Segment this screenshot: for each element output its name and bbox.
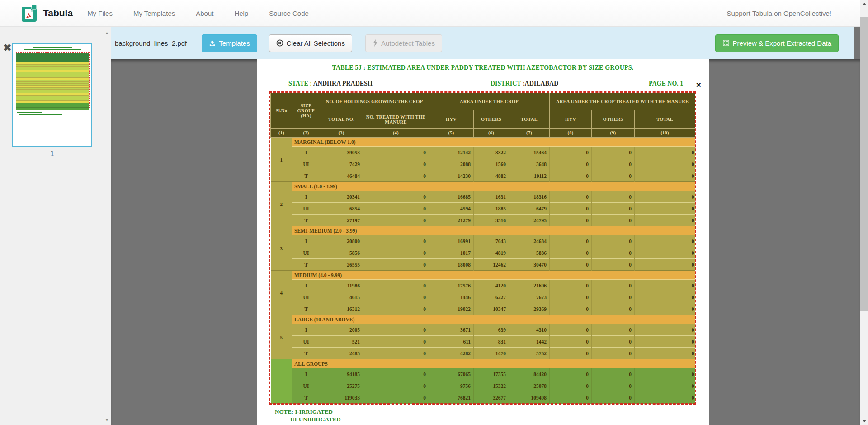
pdf-page[interactable]: TABLE 5J : ESTIMATED AREA UNDER PADDY TR… <box>257 59 709 425</box>
note-line-1: NOTE: I-IRRIGATED <box>275 408 341 415</box>
main-content: background_lines_2.pdf Templates Clear A… <box>111 27 860 425</box>
document-note: NOTE: I-IRRIGATED UI-UNIRRIGATED <box>275 408 341 423</box>
sidebar-scroll-up-icon[interactable]: ▲ <box>105 31 109 35</box>
brand-title: Tabula <box>43 8 73 19</box>
top-navbar: Tabula My Files My Templates About Help … <box>0 0 860 27</box>
nav-links: My Files My Templates About Help Source … <box>87 10 309 17</box>
selection-close-icon[interactable]: ✕ <box>696 81 702 89</box>
scroll-up-icon[interactable] <box>862 3 867 5</box>
nav-link-help[interactable]: Help <box>234 10 248 17</box>
nav-link-my-templates[interactable]: My Templates <box>133 10 175 17</box>
pdf-viewer: TABLE 5J : ESTIMATED AREA UNDER PADDY TR… <box>111 59 860 425</box>
district-label: DISTRICT <box>491 80 521 87</box>
preview-export-button[interactable]: Preview & Export Extracted Data <box>715 34 839 52</box>
clear-all-selections-label: Clear All Selections <box>287 39 345 47</box>
remove-circle-icon <box>276 39 283 47</box>
autodetect-tables-button[interactable]: Autodetect Tables <box>365 34 442 52</box>
page-number-label: 1 <box>12 150 92 158</box>
thumb-note-line2 <box>19 114 62 115</box>
support-link[interactable]: Support Tabula on OpenCollective! <box>726 10 831 17</box>
selection-box[interactable] <box>269 91 696 405</box>
page-thumbnail[interactable] <box>12 43 92 147</box>
thumb-title-line <box>33 47 72 48</box>
lightning-bolt-icon <box>373 39 378 47</box>
clear-all-selections-button[interactable]: Clear All Selections <box>269 34 352 52</box>
nav-link-my-files[interactable]: My Files <box>87 10 113 17</box>
nav-link-source-code[interactable]: Source Code <box>269 10 309 17</box>
thumb-subtitle-line <box>24 49 81 50</box>
district-value: :ADILABAD <box>523 80 558 87</box>
autodetect-tables-label: Autodetect Tables <box>381 39 435 47</box>
scroll-down-icon[interactable] <box>862 420 867 422</box>
note-line-2: UI-UNIRRIGATED <box>275 415 341 423</box>
table-list-icon <box>722 39 730 47</box>
open-filename: background_lines_2.pdf <box>115 39 187 47</box>
page-no-label: PAGE NO. 1 <box>649 80 683 87</box>
sidebar-scroll-down-icon[interactable]: ▼ <box>105 418 109 422</box>
state-value: ANDHRA PRADESH <box>313 80 373 87</box>
tabula-logo-icon <box>21 4 39 23</box>
nav-link-about[interactable]: About <box>196 10 213 17</box>
thumb-note-line <box>17 112 42 113</box>
page-thumbnail-sidebar: ✖ 1 ▲ ▼ <box>0 27 111 425</box>
vertical-scrollbar[interactable] <box>860 0 868 425</box>
document-meta-line: STATE : ANDHRA PRADESH DISTRICT :ADILABA… <box>257 80 709 89</box>
thumb-table-preview <box>16 52 90 108</box>
upload-icon <box>209 40 216 47</box>
remove-page-icon[interactable]: ✖ <box>3 43 11 53</box>
preview-export-label: Preview & Export Extracted Data <box>733 39 831 47</box>
toolbar: background_lines_2.pdf Templates Clear A… <box>111 27 854 59</box>
templates-button-label: Templates <box>219 39 250 47</box>
templates-button[interactable]: Templates <box>202 34 257 52</box>
state-label: STATE : <box>288 80 312 87</box>
document-title: TABLE 5J : ESTIMATED AREA UNDER PADDY TR… <box>257 64 709 72</box>
scrollbar-thumb[interactable] <box>860 17 868 311</box>
